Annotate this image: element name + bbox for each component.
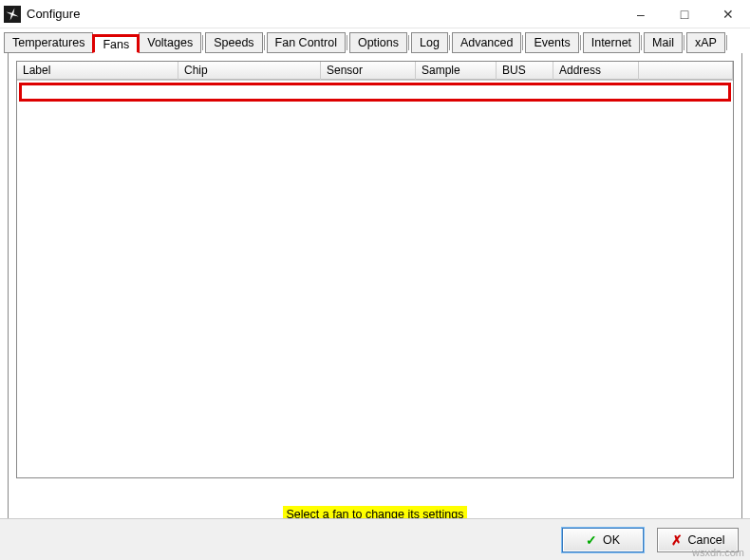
column-sensor[interactable]: Sensor bbox=[321, 62, 416, 81]
maximize-button[interactable]: □ bbox=[663, 0, 706, 28]
tab-temperatures[interactable]: Temperatures bbox=[4, 32, 93, 53]
title-bar: Configure – □ ✕ bbox=[0, 0, 750, 28]
column-sample[interactable]: Sample bbox=[416, 62, 497, 81]
tab-separator bbox=[449, 35, 450, 50]
dialog-button-bar: ✓ OK ✗ Cancel bbox=[0, 518, 750, 560]
app-icon bbox=[4, 6, 21, 23]
column-filler bbox=[639, 62, 733, 81]
tab-separator bbox=[684, 35, 684, 50]
tab-separator bbox=[580, 35, 581, 50]
tab-fans[interactable]: Fans bbox=[92, 34, 140, 53]
tab-internet[interactable]: Internet bbox=[583, 32, 640, 53]
column-address[interactable]: Address bbox=[553, 62, 639, 81]
tab-mail[interactable]: Mail bbox=[644, 32, 683, 53]
column-label[interactable]: Label bbox=[17, 62, 178, 81]
window-title: Configure bbox=[27, 7, 80, 21]
column-headers: Label Chip Sensor Sample BUS Address bbox=[17, 62, 733, 81]
tab-strip: Temperatures Fans Voltages Speeds Fan Co… bbox=[0, 28, 750, 53]
cancel-label: Cancel bbox=[688, 533, 725, 547]
ok-button[interactable]: ✓ OK bbox=[562, 528, 644, 552]
close-button[interactable]: ✕ bbox=[706, 0, 750, 28]
tab-separator bbox=[522, 35, 523, 50]
tab-advanced[interactable]: Advanced bbox=[452, 32, 522, 53]
watermark: wsxdn.com bbox=[692, 547, 744, 558]
selected-row-highlight[interactable] bbox=[19, 83, 731, 102]
check-icon: ✓ bbox=[586, 532, 597, 548]
tab-events[interactable]: Events bbox=[525, 32, 578, 53]
tab-separator bbox=[641, 35, 642, 50]
tab-separator bbox=[202, 35, 203, 50]
cross-icon: ✗ bbox=[671, 532, 683, 548]
minimize-button[interactable]: – bbox=[619, 0, 663, 28]
tab-panel-fans: Label Chip Sensor Sample BUS Address Sel… bbox=[8, 53, 742, 530]
ok-label: OK bbox=[603, 533, 620, 547]
tab-speeds[interactable]: Speeds bbox=[205, 32, 262, 53]
tab-fan-control[interactable]: Fan Control bbox=[267, 32, 346, 53]
tab-log[interactable]: Log bbox=[411, 32, 448, 53]
tab-separator bbox=[408, 35, 409, 50]
window-controls: – □ ✕ bbox=[619, 0, 750, 28]
tab-xap[interactable]: xAP bbox=[686, 32, 725, 53]
fan-listview[interactable]: Label Chip Sensor Sample BUS Address bbox=[16, 61, 734, 478]
tab-voltages[interactable]: Voltages bbox=[139, 32, 201, 53]
tab-options[interactable]: Options bbox=[349, 32, 407, 53]
column-chip[interactable]: Chip bbox=[178, 62, 321, 81]
tab-separator bbox=[726, 35, 727, 50]
tab-separator bbox=[347, 35, 347, 50]
tab-separator bbox=[264, 35, 265, 50]
column-bus[interactable]: BUS bbox=[497, 62, 553, 81]
